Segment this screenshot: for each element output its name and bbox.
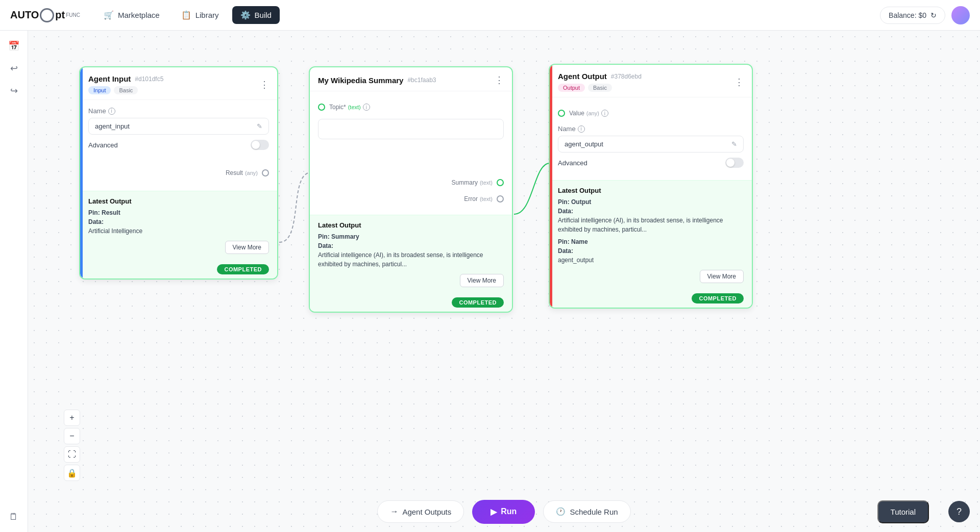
agent-input-view-more[interactable]: View More <box>225 241 269 254</box>
tutorial-button[interactable]: Tutorial <box>877 500 929 523</box>
node-agent-output-more-icon[interactable]: ⋮ <box>734 77 744 88</box>
node-agent-output-title: Agent Output <box>558 72 607 81</box>
library-icon: 📋 <box>181 10 191 20</box>
agent-input-pin: Pin: Result <box>88 209 269 216</box>
agent-output-latest-output: Latest Output Pin: Output Data: Artifici… <box>550 180 752 289</box>
bottom-bar: → Agent Outputs ▶ Run 🕐 Schedule Run Tut… <box>28 491 980 532</box>
sidebar-undo-icon[interactable]: ↩ <box>5 59 23 78</box>
cart-icon: 🛒 <box>104 10 114 20</box>
logo[interactable]: AUTO pt FUNC <box>10 8 80 22</box>
node-left-bar-blue <box>80 67 83 278</box>
left-sidebar: 📅 ↩ ↪ 🗒 <box>0 31 28 532</box>
avatar[interactable] <box>951 6 970 24</box>
help-button[interactable]: ? <box>948 501 970 522</box>
wikipedia-latest-output: Latest Output Pin: Summary Data: Artific… <box>310 215 512 293</box>
topic-port-connector[interactable] <box>318 104 325 111</box>
node-agent-input-badges: Input Basic <box>88 86 163 94</box>
canvas: Agent Input #d101dfc5 Input Basic ⋮ Name… <box>28 31 980 532</box>
node-wikipedia-body: Topic* (text) i Summary (text) Error <box>310 91 512 215</box>
agent-output-view-more[interactable]: View More <box>700 270 744 283</box>
zoom-fit-button[interactable]: ⛶ <box>64 446 80 463</box>
node-wikipedia-header: My Wikipedia Summary #bc1faab3 ⋮ <box>310 67 512 91</box>
agent-output-data2-label: Data: <box>558 247 744 255</box>
wikipedia-completed-pill: COMPLETED <box>452 297 504 308</box>
summary-port-connector[interactable] <box>497 179 504 186</box>
node-wikipedia-title-area: My Wikipedia Summary #bc1faab3 <box>318 76 436 85</box>
agent-output-completed-pill: COMPLETED <box>692 293 744 303</box>
agent-output-data1-label: Data: <box>558 208 744 215</box>
topic-info-icon[interactable]: i <box>363 104 370 111</box>
logo-text-2: pt <box>55 9 65 21</box>
output-name-field-input[interactable]: agent_output ✎ <box>558 136 744 153</box>
agent-input-data-value: Artificial Intelligence <box>88 226 269 236</box>
zoom-plus-button[interactable]: + <box>64 410 80 426</box>
balance-button[interactable]: Balance: $0 ↻ <box>880 7 945 24</box>
run-button[interactable]: ▶ Run <box>472 500 535 524</box>
agent-outputs-button[interactable]: → Agent Outputs <box>377 500 464 523</box>
nav-build[interactable]: ⚙️ Build <box>232 6 280 24</box>
node-agent-input-header: Agent Input #d101dfc5 Input Basic ⋮ <box>80 67 277 100</box>
value-port-connector[interactable] <box>558 110 565 117</box>
sidebar-calendar-icon[interactable]: 📅 <box>5 37 23 55</box>
result-port-label: Result (any) <box>226 167 258 179</box>
node-agent-output-title-area: Agent Output #378d6ebd Output Basic <box>558 72 642 92</box>
agent-output-pin2: Pin: Name <box>558 238 744 245</box>
logo-sub: FUNC <box>66 12 80 18</box>
value-info-icon[interactable]: i <box>601 110 608 117</box>
value-port-label: Value (any) i <box>569 108 608 119</box>
summary-port-label: Summary (text) <box>452 177 493 188</box>
advanced-toggle[interactable] <box>251 140 269 150</box>
output-edit-icon[interactable]: ✎ <box>731 140 737 148</box>
node-agent-input-title-area: Agent Input #d101dfc5 Input Basic <box>88 74 163 94</box>
nav-library[interactable]: 📋 Library <box>173 6 227 24</box>
node-agent-input-body: Name i agent_input ✎ Advanced Result (an… <box>80 100 277 191</box>
schedule-clock-icon: 🕐 <box>556 507 566 516</box>
agent-input-data-label: Data: <box>88 218 269 225</box>
node-agent-output: Agent Output #378d6ebd Output Basic ⋮ Va… <box>549 64 753 309</box>
name-value: agent_input <box>95 122 130 130</box>
result-port-connector[interactable] <box>262 169 269 176</box>
node-agent-input-more-icon[interactable]: ⋮ <box>260 79 269 90</box>
nav-marketplace-label: Marketplace <box>118 11 160 19</box>
edit-icon[interactable]: ✎ <box>257 122 262 130</box>
zoom-controls: + − ⛶ 🔒 <box>64 410 80 481</box>
nav-marketplace[interactable]: 🛒 Marketplace <box>95 6 168 24</box>
error-port-connector[interactable] <box>497 195 504 202</box>
agent-outputs-label: Agent Outputs <box>402 508 451 516</box>
node-agent-output-header: Agent Output #378d6ebd Output Basic ⋮ <box>550 65 752 97</box>
error-port-label: Error (text) <box>464 193 493 205</box>
output-name-info-icon[interactable]: i <box>578 125 585 133</box>
header-right: Balance: $0 ↻ <box>880 6 970 24</box>
schedule-run-button[interactable]: 🕐 Schedule Run <box>543 500 630 523</box>
node-agent-input-id: #d101dfc5 <box>135 75 163 83</box>
wikipedia-pin: Pin: Summary <box>318 233 504 240</box>
build-icon: ⚙️ <box>240 10 251 20</box>
zoom-minus-button[interactable]: − <box>64 428 80 444</box>
badge-input: Input <box>88 86 111 94</box>
schedule-label: Schedule Run <box>570 508 618 516</box>
result-port-row: Result (any) <box>88 165 269 183</box>
logo-text: AUTO <box>10 9 39 21</box>
output-name-value: agent_output <box>565 140 603 148</box>
wikipedia-view-more[interactable]: View More <box>460 274 504 287</box>
name-info-icon[interactable]: i <box>108 108 115 115</box>
node-wikipedia-id: #bc1faab3 <box>407 77 436 84</box>
output-advanced-toggle[interactable] <box>725 158 744 168</box>
node-wikipedia-title: My Wikipedia Summary <box>318 76 403 85</box>
error-port-row: Error (text) <box>318 191 504 207</box>
output-name-field-label: Name i <box>558 125 744 133</box>
logo-circle <box>40 8 54 22</box>
node-agent-output-title-row: Agent Output #378d6ebd <box>558 72 642 81</box>
zoom-lock-button[interactable]: 🔒 <box>64 465 80 481</box>
topic-port-label: Topic* (text) i <box>329 102 370 113</box>
sidebar-redo-icon[interactable]: ↪ <box>5 82 23 100</box>
node-wikipedia-more-icon[interactable]: ⋮ <box>495 74 504 86</box>
badge-basic-2: Basic <box>588 84 612 92</box>
value-port-row: Value (any) i <box>558 106 744 121</box>
advanced-row: Advanced <box>88 135 269 155</box>
refresh-icon: ↻ <box>930 11 937 19</box>
run-play-icon: ▶ <box>491 507 497 517</box>
name-field-input[interactable]: agent_input ✎ <box>88 118 269 135</box>
topic-text-area[interactable] <box>318 119 504 139</box>
sidebar-notes-icon[interactable]: 🗒 <box>5 508 23 526</box>
